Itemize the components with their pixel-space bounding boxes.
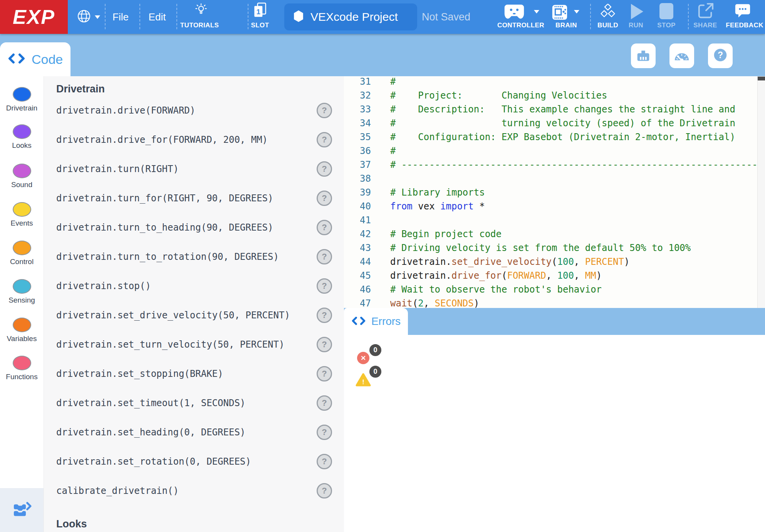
palette-command-text[interactable]: drivetrain.set_timeout(1, SECONDS)	[56, 398, 245, 408]
device-port-icon	[634, 46, 652, 65]
tab-errors[interactable]: Errors	[344, 308, 408, 335]
top-toolbar: EXP File Edit TUTORIALS	[0, 0, 765, 34]
palette-command-text[interactable]: drivetrain.stop()	[56, 281, 151, 291]
sidebar-item-sound[interactable]: Sound	[0, 164, 44, 189]
line-code: from vex import *	[390, 201, 485, 212]
palette-command-text[interactable]: drivetrain.turn_for(RIGHT, 90, DEGREES)	[56, 193, 273, 204]
editor-scrollbar-thumb[interactable]	[758, 77, 765, 80]
editor-line: 47wait(2, SECONDS)	[344, 296, 765, 308]
dashboard-button[interactable]	[669, 43, 694, 68]
command-help-button[interactable]: ?	[317, 366, 332, 381]
events-category-icon[interactable]	[13, 202, 31, 217]
palette-command-row[interactable]: drivetrain.set_turn_velocity(50, PERCENT…	[44, 330, 344, 359]
palette-command-row[interactable]: calibrate_drivetrain()?	[44, 476, 344, 505]
looks-category-icon[interactable]	[13, 124, 31, 139]
palette-command-row[interactable]: drivetrain.set_timeout(1, SECONDS)?	[44, 388, 344, 418]
palette-command-text[interactable]: drivetrain.turn_to_rotation(90, DEGREES)	[56, 251, 279, 262]
line-number: 40	[344, 201, 371, 212]
sidebar-item-sensing[interactable]: Sensing	[0, 279, 44, 304]
palette-command-row[interactable]: drivetrain.stop()?	[44, 271, 344, 301]
feedback-button[interactable]: FEEDBACK	[726, 0, 760, 34]
palette-command-row[interactable]: drivetrain.turn_to_heading(90, DEGREES)?	[44, 213, 344, 242]
chevron-down-icon	[534, 10, 539, 13]
stop-button[interactable]: STOP	[653, 0, 680, 34]
command-help-button[interactable]: ?	[317, 161, 332, 177]
slot-button[interactable]: 1 SLOT	[247, 0, 273, 34]
command-help-button[interactable]: ?	[317, 278, 332, 294]
variables-category-icon[interactable]	[13, 318, 31, 332]
save-status: Not Saved	[422, 0, 476, 34]
palette-command-row[interactable]: drivetrain.drive(FORWARD)?	[44, 96, 344, 125]
command-help-button[interactable]: ?	[317, 191, 332, 206]
code-editor[interactable]: 31#32# Project: Changing Velocities33# D…	[344, 76, 765, 308]
command-help-button[interactable]: ?	[317, 483, 332, 499]
line-number: 36	[344, 146, 371, 156]
sidebar-item-drivetrain[interactable]: Drivetrain	[0, 87, 44, 112]
line-code: # --------------------------------------…	[390, 159, 765, 170]
command-help-button[interactable]: ?	[317, 249, 332, 264]
palette-command-text[interactable]: drivetrain.turn(RIGHT)	[56, 164, 179, 174]
palette-command-row[interactable]: drivetrain.set_rotation(0, DEGREES)?	[44, 447, 344, 476]
device-manager-button[interactable]	[631, 43, 656, 68]
palette-command-text[interactable]: drivetrain.set_stopping(BRAKE)	[56, 368, 223, 379]
help-button[interactable]: ?	[708, 43, 733, 68]
palette-command-row[interactable]: drivetrain.drive_for(FORWARD, 200, MM)?	[44, 125, 344, 154]
line-number: 37	[344, 159, 371, 170]
command-help-button[interactable]: ?	[317, 425, 332, 440]
palette-command-row[interactable]: drivetrain.set_stopping(BRAKE)?	[44, 359, 344, 388]
share-button[interactable]: SHARE	[692, 0, 720, 34]
line-number: 38	[344, 173, 371, 184]
controller-button[interactable]: CONTROLLER	[497, 0, 545, 34]
drivetrain-category-icon[interactable]	[13, 87, 31, 102]
line-number: 41	[344, 215, 371, 226]
command-help-button[interactable]: ?	[317, 337, 332, 352]
sensing-category-icon[interactable]	[13, 279, 31, 294]
tab-code[interactable]: Code	[0, 42, 70, 76]
palette-command-row[interactable]: drivetrain.turn_to_rotation(90, DEGREES)…	[44, 242, 344, 271]
command-help-button[interactable]: ?	[317, 454, 332, 469]
sidebar-item-looks[interactable]: Looks	[0, 124, 44, 150]
palette-command-text[interactable]: calibrate_drivetrain()	[56, 485, 179, 496]
command-help-button[interactable]: ?	[317, 395, 332, 411]
sidebar-item-control[interactable]: Control	[0, 241, 44, 266]
line-code: # Library imports	[390, 187, 485, 198]
line-number: 46	[344, 284, 371, 295]
palette-command-text[interactable]: drivetrain.set_rotation(0, DEGREES)	[56, 456, 251, 467]
palette-command-text[interactable]: drivetrain.set_turn_velocity(50, PERCENT…	[56, 339, 284, 350]
editor-scrollbar[interactable]	[757, 76, 765, 308]
palette-command-row[interactable]: drivetrain.set_heading(0, DEGREES)?	[44, 418, 344, 447]
file-menu[interactable]: File	[103, 0, 138, 34]
control-category-icon[interactable]	[13, 241, 31, 255]
sidebar-item-functions[interactable]: Functions	[0, 356, 44, 381]
sidebar-item-events[interactable]: Events	[0, 202, 44, 228]
tutorials-button[interactable]: TUTORIALS	[176, 0, 226, 34]
command-help-button[interactable]: ?	[317, 220, 332, 235]
editor-line: 40from vex import *	[344, 199, 765, 213]
command-help-button[interactable]: ?	[317, 308, 332, 323]
blocks-toggle-button[interactable]	[0, 488, 44, 532]
edit-menu[interactable]: Edit	[140, 0, 174, 34]
command-help-button[interactable]: ?	[317, 103, 332, 118]
category-label: Variables	[0, 335, 44, 343]
palette-command-text[interactable]: drivetrain.drive(FORWARD)	[56, 105, 195, 116]
warning-count-badge: 0	[369, 366, 381, 378]
feedback-label: FEEDBACK	[720, 22, 765, 29]
functions-category-icon[interactable]	[13, 356, 31, 370]
palette-command-text[interactable]: drivetrain.set_heading(0, DEGREES)	[56, 427, 245, 438]
sound-category-icon[interactable]	[13, 164, 31, 178]
palette-command-text[interactable]: drivetrain.drive_for(FORWARD, 200, MM)	[56, 134, 268, 145]
palette-command-row[interactable]: drivetrain.set_drive_velocity(50, PERCEN…	[44, 301, 344, 330]
palette-command-text[interactable]: drivetrain.set_drive_velocity(50, PERCEN…	[56, 310, 290, 321]
sidebar-item-variables[interactable]: Variables	[0, 318, 44, 343]
palette-command-row[interactable]: drivetrain.turn(RIGHT)?	[44, 154, 344, 184]
command-palette: Drivetrain drivetrain.drive(FORWARD)?dri…	[44, 76, 344, 532]
editor-line: 32# Project: Changing Velocities	[344, 89, 765, 102]
line-code: drivetrain.set_drive_velocity(100, PERCE…	[390, 256, 629, 267]
palette-command-row[interactable]: drivetrain.turn_for(RIGHT, 90, DEGREES)?	[44, 184, 344, 213]
project-name-button[interactable]: VEXcode Project	[284, 3, 417, 30]
palette-command-text[interactable]: drivetrain.turn_to_heading(90, DEGREES)	[56, 222, 273, 233]
command-help-button[interactable]: ?	[317, 132, 332, 147]
stop-square-icon	[659, 3, 673, 19]
brain-button[interactable]: BRAIN	[546, 0, 586, 34]
language-menu-button[interactable]	[73, 0, 103, 34]
